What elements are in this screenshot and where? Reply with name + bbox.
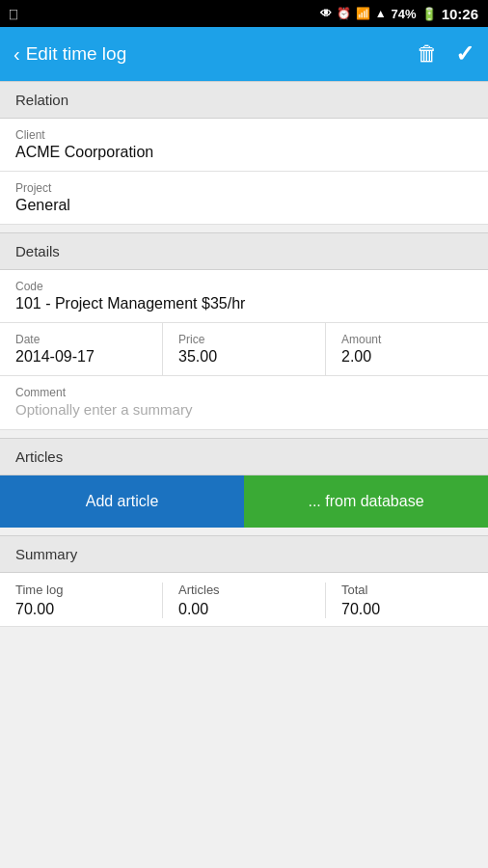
date-label: Date bbox=[15, 333, 147, 346]
app-bar-right: 🗑 ✓ bbox=[417, 41, 474, 68]
price-value: 35.00 bbox=[178, 348, 310, 367]
price-label: Price bbox=[178, 333, 310, 346]
spacer-2 bbox=[0, 430, 488, 438]
total-label: Total bbox=[341, 583, 473, 597]
summary-row: Time log 70.00 Articles 0.00 Total 70.00 bbox=[0, 573, 488, 627]
spacer-1 bbox=[0, 225, 488, 232]
amount-value: 2.00 bbox=[341, 348, 473, 367]
details-fields: Code 101 - Project Management $35/hr Dat… bbox=[0, 270, 488, 430]
status-right: 👁 ⏰ 📶 ▲ 74% 🔋 10:26 bbox=[320, 6, 478, 22]
amount-field[interactable]: Amount 2.00 bbox=[326, 323, 488, 375]
page-title: Edit time log bbox=[26, 43, 127, 65]
wifi-icon: 📶 bbox=[356, 7, 370, 20]
comment-placeholder: Optionally enter a summary bbox=[15, 401, 473, 418]
confirm-button[interactable]: ✓ bbox=[455, 41, 474, 68]
app-bar: ‹ Edit time log 🗑 ✓ bbox=[0, 27, 488, 81]
date-field[interactable]: Date 2014-09-17 bbox=[0, 323, 163, 375]
project-value: General bbox=[15, 197, 473, 216]
alarm-icon: ⏰ bbox=[337, 7, 351, 20]
comment-field[interactable]: Comment Optionally enter a summary bbox=[0, 376, 488, 430]
amount-label: Amount bbox=[341, 333, 473, 346]
relation-section-header: Relation bbox=[0, 81, 488, 119]
status-left: ⎕ bbox=[10, 7, 17, 21]
total-value: 70.00 bbox=[341, 601, 473, 618]
content: Relation Client ACME Coorporation Projec… bbox=[0, 81, 488, 868]
project-label: Project bbox=[15, 181, 473, 195]
client-label: Client bbox=[15, 128, 473, 142]
code-label: Code bbox=[15, 280, 473, 293]
price-field[interactable]: Price 35.00 bbox=[163, 323, 326, 375]
usb-icon: ⎕ bbox=[10, 7, 17, 21]
articles-buttons: Add article ... from database bbox=[0, 475, 488, 528]
details-section-header: Details bbox=[0, 232, 488, 270]
status-bar: ⎕ 👁 ⏰ 📶 ▲ 74% 🔋 10:26 bbox=[0, 0, 488, 27]
code-value: 101 - Project Management $35/hr bbox=[15, 295, 473, 314]
summary-section-header: Summary bbox=[0, 535, 488, 573]
code-field[interactable]: Code 101 - Project Management $35/hr bbox=[0, 270, 488, 323]
delete-button[interactable]: 🗑 bbox=[417, 41, 438, 67]
date-value: 2014-09-17 bbox=[15, 348, 147, 367]
spacer-3 bbox=[0, 528, 488, 535]
date-price-amount-row: Date 2014-09-17 Price 35.00 Amount 2.00 bbox=[0, 323, 488, 376]
time-display: 10:26 bbox=[442, 6, 478, 22]
timelog-label: Time log bbox=[15, 583, 147, 597]
articles-summary-label: Articles bbox=[178, 583, 310, 597]
add-article-button[interactable]: Add article bbox=[0, 475, 244, 528]
app-bar-left[interactable]: ‹ Edit time log bbox=[14, 43, 126, 66]
articles-summary: Articles 0.00 bbox=[163, 583, 326, 618]
battery-icon: 🔋 bbox=[421, 7, 437, 21]
eye-icon: 👁 bbox=[320, 7, 332, 20]
articles-summary-value: 0.00 bbox=[178, 601, 310, 618]
project-field[interactable]: Project General bbox=[0, 172, 488, 225]
relation-fields: Client ACME Coorporation Project General bbox=[0, 119, 488, 225]
signal-icon: ▲ bbox=[375, 7, 387, 20]
back-button[interactable]: ‹ bbox=[14, 43, 20, 66]
articles-section-header: Articles bbox=[0, 438, 488, 475]
client-field[interactable]: Client ACME Coorporation bbox=[0, 119, 488, 172]
comment-label: Comment bbox=[15, 386, 473, 399]
from-database-button[interactable]: ... from database bbox=[244, 475, 488, 528]
battery-percent: 74% bbox=[392, 7, 417, 21]
timelog-summary: Time log 70.00 bbox=[0, 583, 163, 618]
total-summary: Total 70.00 bbox=[326, 583, 488, 618]
client-value: ACME Coorporation bbox=[15, 144, 473, 163]
timelog-value: 70.00 bbox=[15, 601, 147, 618]
